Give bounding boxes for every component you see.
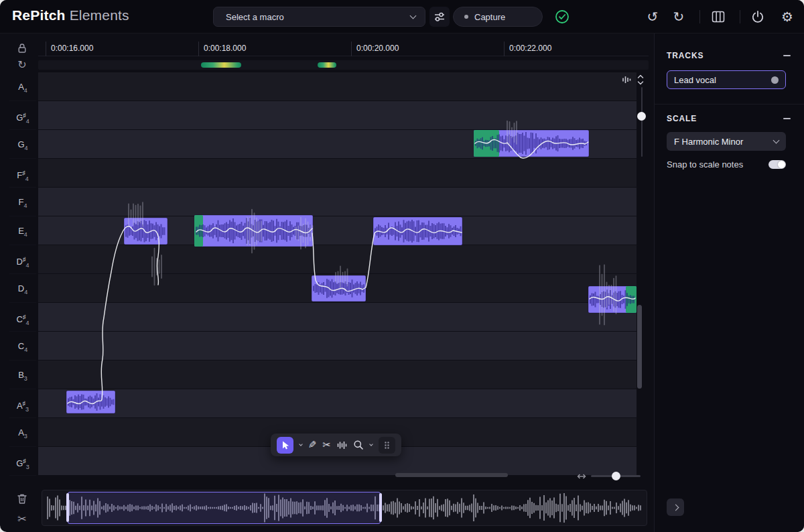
draw-tool-button[interactable]: ✎ xyxy=(308,437,317,454)
note-label-Cs4: C♯4 xyxy=(9,303,36,332)
zoom-slider-handle[interactable] xyxy=(612,472,620,480)
settings-button[interactable]: ⚙ xyxy=(778,0,797,34)
magnifier-icon xyxy=(353,440,364,450)
ruler-time-label: 0:00:18.000 xyxy=(204,44,246,53)
cut-tool-button[interactable]: ✂ xyxy=(323,437,332,454)
waveform-icon xyxy=(622,75,632,84)
brand-bold: RePitch xyxy=(12,7,66,23)
up-down-arrows-icon xyxy=(636,74,645,85)
ruler-tick xyxy=(46,42,46,56)
selection-left-handle[interactable] xyxy=(66,493,69,522)
vertical-expand-button[interactable] xyxy=(636,74,645,85)
sliders-icon xyxy=(433,11,446,23)
right-sidebar: TRACKS Lead vocal SCALE F Harmonic Minor… xyxy=(654,34,804,532)
ruler-tick xyxy=(198,42,199,56)
macro-settings-button[interactable] xyxy=(429,7,450,27)
cut-button[interactable]: ✂ xyxy=(13,511,31,526)
top-bar: RePitch Elements Select a macro Capture xyxy=(0,0,804,34)
waveform-display-button[interactable] xyxy=(622,75,632,84)
note-label-G4: G4 xyxy=(9,130,36,159)
scale-chevron-icon xyxy=(773,137,780,144)
selection-right-handle[interactable] xyxy=(379,493,382,522)
scale-section-header: SCALE xyxy=(667,114,697,123)
capture-segment xyxy=(318,62,336,68)
waveform-tool-icon xyxy=(337,440,347,450)
undo-button[interactable]: ↺ xyxy=(643,0,662,34)
undo-icon: ↺ xyxy=(647,9,659,25)
note-label-F4: F4 xyxy=(9,188,36,216)
macro-dropdown[interactable]: Select a macro xyxy=(213,7,425,27)
note-label-Gs4: G♯4 xyxy=(9,101,36,130)
redo-icon: ↻ xyxy=(673,9,685,25)
lock-icon xyxy=(17,43,27,54)
note-label-C4: C4 xyxy=(9,332,36,360)
collapse-tracks-icon[interactable] xyxy=(783,55,791,56)
note-label-column: A4G♯4G4F♯4F4E4D♯4D4C♯4C4B3A♯3A3G♯3 xyxy=(9,72,36,476)
note-label-Ds4: D♯4 xyxy=(9,245,36,274)
note-label-B3: B3 xyxy=(9,360,36,389)
tools-toolbar: ✎ ✂ xyxy=(271,434,401,456)
timeline-ruler[interactable]: 0:00:16.0000:00:18.0000:00:20.0000:00:22… xyxy=(38,42,649,56)
note-block[interactable] xyxy=(588,286,636,313)
chevron-right-icon xyxy=(672,504,679,511)
track-name: Lead vocal xyxy=(674,75,716,85)
note-block[interactable] xyxy=(474,130,589,157)
snap-toggle[interactable] xyxy=(768,160,786,169)
scissors-icon: ✂ xyxy=(17,513,26,525)
redo-button[interactable]: ↻ xyxy=(669,0,688,34)
vertical-zoom-track[interactable] xyxy=(641,87,643,157)
toolbar-separator xyxy=(740,10,740,23)
delete-button[interactable] xyxy=(13,491,31,506)
track-item-lead-vocal[interactable]: Lead vocal xyxy=(667,70,786,89)
check-circle-icon xyxy=(555,9,570,24)
zoom-tool-chevron-icon xyxy=(369,442,373,446)
note-label-A3: A3 xyxy=(9,418,36,447)
tool-chevron-icon xyxy=(299,442,303,446)
sidebar-divider xyxy=(655,104,804,105)
power-button[interactable] xyxy=(748,0,767,34)
note-block[interactable] xyxy=(124,218,168,245)
note-label-E4: E4 xyxy=(9,216,36,245)
scale-dropdown[interactable]: F Harmonic Minor xyxy=(667,132,786,151)
overview-selection[interactable] xyxy=(68,492,381,524)
scale-value: F Harmonic Minor xyxy=(674,137,743,147)
grip-dots-icon xyxy=(384,441,390,450)
vertical-zoom-handle[interactable] xyxy=(637,112,646,121)
brand-light: Elements xyxy=(66,7,129,23)
horizontal-arrows-icon xyxy=(577,472,586,480)
capture-button[interactable]: Capture xyxy=(453,7,543,27)
toolbar-separator xyxy=(699,10,700,23)
collapse-scale-icon[interactable] xyxy=(783,118,791,119)
note-label-As3: A♯3 xyxy=(9,389,36,418)
pitch-grid[interactable] xyxy=(38,72,636,476)
lock-button[interactable] xyxy=(13,41,31,56)
pitch-canvas xyxy=(38,72,636,476)
loop-button[interactable]: ↻ xyxy=(13,57,31,72)
tracks-section-header: TRACKS xyxy=(667,51,704,60)
note-label-A4: A4 xyxy=(9,72,36,101)
app-title: RePitch Elements xyxy=(12,7,129,23)
horizontal-scrollbar-thumb[interactable] xyxy=(395,473,508,477)
toggle-knob xyxy=(778,161,785,168)
select-tool-button[interactable] xyxy=(277,437,293,454)
expand-panel-button[interactable] xyxy=(667,498,684,516)
vertical-scrollbar-thumb[interactable] xyxy=(637,305,642,389)
ruler-tick xyxy=(504,42,505,56)
track-radio-icon[interactable] xyxy=(771,76,779,84)
ruler-time-label: 0:00:16.000 xyxy=(51,44,93,53)
zoom-tool-button[interactable] xyxy=(353,437,364,454)
audio-overview[interactable] xyxy=(42,490,647,526)
columns-icon xyxy=(712,11,725,23)
capture-segment xyxy=(201,62,241,68)
toolbar-drag-handle[interactable] xyxy=(379,437,395,454)
loop-icon: ↻ xyxy=(17,58,26,71)
note-label-Gs3: G♯3 xyxy=(9,447,36,476)
power-icon xyxy=(751,10,764,23)
zoom-fit-button[interactable] xyxy=(577,472,586,480)
pencil-icon: ✎ xyxy=(308,439,317,451)
warp-tool-button[interactable] xyxy=(337,437,347,454)
note-label-D4: D4 xyxy=(9,274,36,303)
trash-icon xyxy=(17,493,27,505)
gear-icon: ⚙ xyxy=(781,9,793,25)
panel-layout-button[interactable] xyxy=(709,0,728,34)
